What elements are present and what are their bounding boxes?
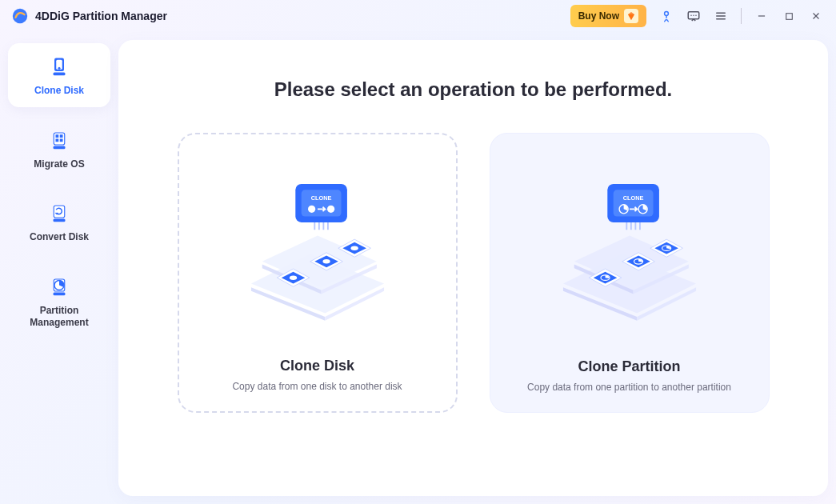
card-desc: Copy data from one partition to another …	[527, 381, 731, 394]
divider	[741, 8, 742, 24]
cards-row: CLONE	[178, 133, 770, 413]
close-button[interactable]	[805, 5, 827, 27]
svg-rect-6	[786, 13, 792, 19]
svg-rect-19	[54, 292, 66, 295]
sidebar-item-label: Partition Management	[13, 305, 106, 330]
maximize-button[interactable]	[778, 5, 800, 27]
card-title: Clone Partition	[578, 358, 680, 375]
clone-disk-icon	[47, 54, 71, 78]
card-clone-disk[interactable]: CLONE	[178, 133, 458, 413]
svg-rect-7	[54, 73, 66, 76]
page-title: Please select an operation to be perform…	[274, 78, 672, 101]
buy-now-label: Buy Now	[578, 10, 619, 22]
svg-rect-12	[54, 133, 65, 145]
svg-point-26	[327, 205, 334, 212]
svg-rect-15	[56, 138, 59, 142]
buy-now-button[interactable]: Buy Now	[570, 5, 646, 27]
svg-rect-16	[60, 138, 63, 142]
svg-rect-31	[613, 190, 653, 216]
app-title: 4DDiG Partition Manager	[35, 10, 167, 22]
svg-point-1	[665, 12, 669, 16]
diamond-icon	[624, 9, 638, 23]
card-desc: Copy data from one disk to another disk	[232, 380, 402, 394]
sidebar-item-convert-disk[interactable]: Convert Disk	[8, 190, 110, 254]
convert-disk-icon	[47, 201, 71, 225]
sidebar-item-partition-management[interactable]: Partition Management	[8, 263, 110, 339]
partition-management-icon	[47, 274, 71, 298]
svg-rect-18	[54, 206, 65, 218]
sidebar-item-label: Migrate OS	[34, 158, 84, 171]
svg-point-27	[289, 275, 296, 280]
svg-point-28	[322, 259, 330, 264]
svg-text:CLONE: CLONE	[622, 194, 643, 202]
migrate-os-icon	[47, 128, 71, 152]
svg-point-4	[693, 15, 694, 17]
svg-point-5	[695, 15, 697, 17]
svg-point-29	[350, 246, 358, 250]
svg-point-25	[308, 205, 315, 212]
card-title: Clone Disk	[280, 358, 354, 374]
clone-disk-illustration: CLONE	[214, 149, 422, 351]
sidebar-item-migrate-os[interactable]: Migrate OS	[8, 117, 110, 181]
main-panel: Please select an operation to be perform…	[118, 40, 828, 496]
sidebar-item-label: Convert Disk	[30, 231, 89, 244]
card-clone-partition[interactable]: CLONE	[490, 133, 770, 413]
svg-rect-11	[54, 146, 66, 149]
svg-rect-14	[60, 134, 63, 138]
sidebar-item-clone-disk[interactable]: Clone Disk	[8, 43, 110, 107]
clone-partition-illustration: CLONE	[526, 148, 734, 352]
sidebar-item-label: Clone Disk	[34, 85, 84, 98]
minimize-button[interactable]	[750, 5, 773, 27]
content-area: Clone Disk Migrate OS	[0, 32, 836, 504]
svg-point-10	[58, 67, 61, 70]
svg-rect-13	[56, 134, 59, 138]
menu-icon[interactable]	[710, 5, 732, 27]
titlebar: 4DDiG Partition Manager Buy Now	[0, 0, 836, 32]
sidebar: Clone Disk Migrate OS	[8, 40, 110, 496]
app-logo-icon	[11, 7, 29, 25]
svg-point-0	[13, 9, 27, 23]
svg-rect-17	[54, 219, 66, 222]
svg-text:CLONE: CLONE	[310, 194, 331, 202]
svg-rect-23	[301, 190, 341, 216]
person-icon[interactable]	[655, 5, 678, 27]
message-icon[interactable]	[682, 5, 705, 27]
svg-point-3	[690, 15, 692, 17]
